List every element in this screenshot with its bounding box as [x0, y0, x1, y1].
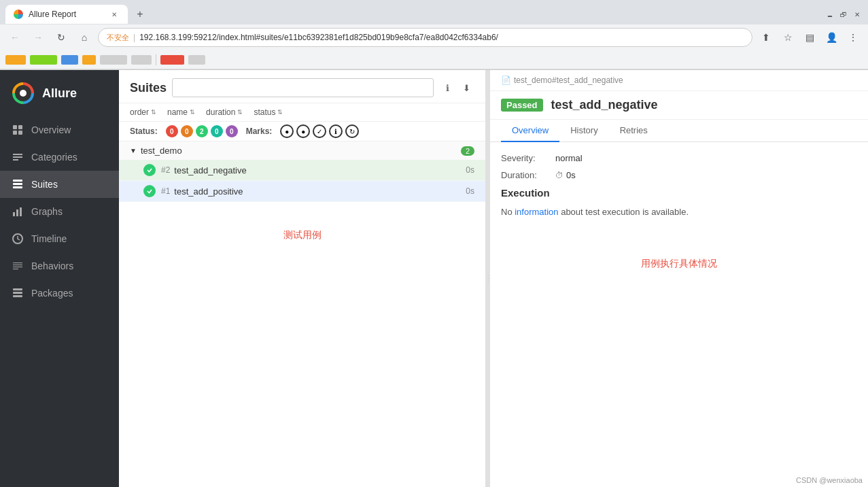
marks-row: ● ● ✓ ℹ ↻ [280, 124, 359, 138]
detail-test-name: test_add_negative [551, 98, 658, 112]
svg-rect-13 [13, 288, 22, 290]
tab-history[interactable]: History [559, 120, 608, 142]
tab-close-button[interactable]: ✕ [109, 9, 120, 20]
suites-header-actions: ℹ ⬇ [439, 80, 474, 96]
mark-icon-3[interactable]: ✓ [313, 124, 326, 138]
status-badge-broken[interactable]: 0 [181, 125, 193, 137]
suite-status-passed-icon [143, 164, 156, 176]
download-button[interactable]: ⬇ [458, 80, 474, 96]
mark-icon-4[interactable]: ℹ [329, 124, 343, 138]
status-badge-unknown[interactable]: 0 [226, 125, 238, 137]
tab-overview[interactable]: Overview [501, 120, 559, 142]
svg-rect-6 [13, 180, 22, 182]
order-label: order [130, 107, 149, 117]
bookmark-8[interactable] [188, 55, 205, 65]
mark-icon-2[interactable]: ● [296, 124, 310, 138]
severity-value: normal [555, 153, 583, 163]
address-bar[interactable]: 不安全 | 192.168.3.199:59212/index.html#sui… [98, 28, 752, 47]
svg-rect-10 [16, 209, 18, 216]
mark-icon-1[interactable]: ● [280, 124, 294, 138]
sidebar: Allure Overview Categories Suites [0, 70, 119, 487]
svg-rect-15 [13, 295, 22, 297]
suites-panel: Suites ℹ ⬇ order ⇅ name ⇅ duration [119, 70, 486, 487]
suite-item-1-name: test_add_negative [174, 165, 466, 175]
reload-button[interactable]: ↻ [52, 28, 71, 47]
sidebar-label-categories: Categories [31, 152, 77, 163]
window-controls: 🗕 🗗 ✕ [824, 9, 863, 20]
menu-button[interactable]: ⋮ [844, 28, 863, 47]
sidebar-label-overview: Overview [31, 124, 71, 135]
name-sort-control[interactable]: name ⇅ [167, 107, 195, 117]
title-bar: Allure Report ✕ + 🗕 🗗 ✕ [0, 0, 868, 24]
security-warning: 不安全 [107, 33, 129, 43]
tab-title: Allure Report [29, 10, 76, 19]
duration-sort-control[interactable]: duration ⇅ [206, 107, 243, 117]
bookmark-5[interactable] [100, 55, 127, 65]
suite-group-name: test_demo [141, 146, 461, 156]
browser-chrome: Allure Report ✕ + 🗕 🗗 ✕ ← → ↻ ⌂ 不安全 | 19… [0, 0, 868, 70]
sidebar-item-suites[interactable]: Suites [0, 171, 119, 198]
nav-bar: ← → ↻ ⌂ 不安全 | 192.168.3.199:59212/index.… [0, 24, 868, 50]
status-label: status [254, 107, 275, 117]
profile-button[interactable]: 👤 [822, 28, 841, 47]
sidebar-toggle-button[interactable]: ▤ [800, 28, 819, 47]
minimize-button[interactable]: 🗕 [824, 9, 835, 20]
new-tab-button[interactable]: + [131, 5, 150, 24]
close-button[interactable]: ✕ [852, 9, 863, 20]
svg-rect-14 [13, 292, 22, 294]
sidebar-item-timeline[interactable]: Timeline [0, 225, 119, 252]
sidebar-label-suites: Suites [31, 179, 58, 190]
suites-title: Suites [130, 81, 167, 95]
mark-icon-5[interactable]: ↻ [345, 124, 359, 138]
bookmark-3[interactable] [61, 55, 78, 65]
suite-list: ▼ test_demo 2 #2 test_add_negative 0s [119, 141, 485, 487]
execution-text-highlight: information [515, 207, 558, 217]
suite-item-2[interactable]: #1 test_add_positive 0s [119, 181, 485, 202]
status-badge-failed[interactable]: 0 [166, 125, 178, 137]
bookmark-2[interactable] [30, 55, 57, 65]
sidebar-nav: Overview Categories Suites Graphs [0, 116, 119, 307]
share-button[interactable]: ⬆ [757, 28, 776, 47]
info-button[interactable]: ℹ [439, 80, 455, 96]
bookmark-1[interactable] [5, 55, 26, 65]
suite-item-1[interactable]: #2 test_add_negative 0s [119, 160, 485, 181]
suites-icon [11, 178, 24, 191]
bookmark-6[interactable] [131, 55, 152, 65]
status-badge-skipped[interactable]: 0 [211, 125, 223, 137]
status-sort-control[interactable]: status ⇅ [254, 107, 283, 117]
browser-tab[interactable]: Allure Report ✕ [5, 5, 128, 24]
sidebar-label-behaviors: Behaviors [31, 261, 73, 271]
bookmark-button[interactable]: ☆ [778, 28, 797, 47]
suites-search-input[interactable] [172, 78, 434, 97]
svg-rect-8 [13, 186, 22, 188]
svg-rect-4 [13, 131, 17, 135]
sidebar-item-behaviors[interactable]: Behaviors [0, 252, 119, 280]
tab-retries[interactable]: Retries [609, 120, 659, 142]
bookmark-7[interactable] [160, 55, 184, 65]
detail-panel: 📄 test_demo#test_add_negative Passed tes… [490, 70, 868, 487]
categories-icon [11, 150, 24, 164]
suite-count-badge: 2 [461, 146, 474, 156]
restore-button[interactable]: 🗗 [838, 9, 849, 20]
sidebar-item-categories[interactable]: Categories [0, 144, 119, 171]
order-sort-control[interactable]: order ⇅ [130, 107, 156, 117]
svg-point-1 [20, 90, 27, 97]
duration-row: Duration: ⏱ 0s [501, 170, 857, 180]
url-display: 192.168.3.199:59212/index.html#suites/e1… [139, 33, 498, 42]
bookmark-4[interactable] [82, 55, 96, 65]
back-button[interactable]: ← [5, 28, 24, 47]
forward-button[interactable]: → [29, 28, 48, 47]
graphs-icon [11, 205, 24, 218]
suite-group-header[interactable]: ▼ test_demo 2 [119, 141, 485, 160]
sidebar-item-packages[interactable]: Packages [0, 280, 119, 307]
overview-icon [11, 123, 24, 137]
home-button[interactable]: ⌂ [75, 28, 94, 47]
sidebar-item-overview[interactable]: Overview [0, 116, 119, 144]
sidebar-item-graphs[interactable]: Graphs [0, 198, 119, 225]
suite-item-2-duration: 0s [466, 186, 474, 196]
svg-rect-5 [18, 131, 22, 135]
status-badge-passed[interactable]: 2 [196, 125, 208, 137]
suite-item-2-name: test_add_positive [174, 186, 466, 197]
sidebar-label-packages: Packages [31, 288, 73, 299]
bookmark-separator [156, 54, 156, 65]
